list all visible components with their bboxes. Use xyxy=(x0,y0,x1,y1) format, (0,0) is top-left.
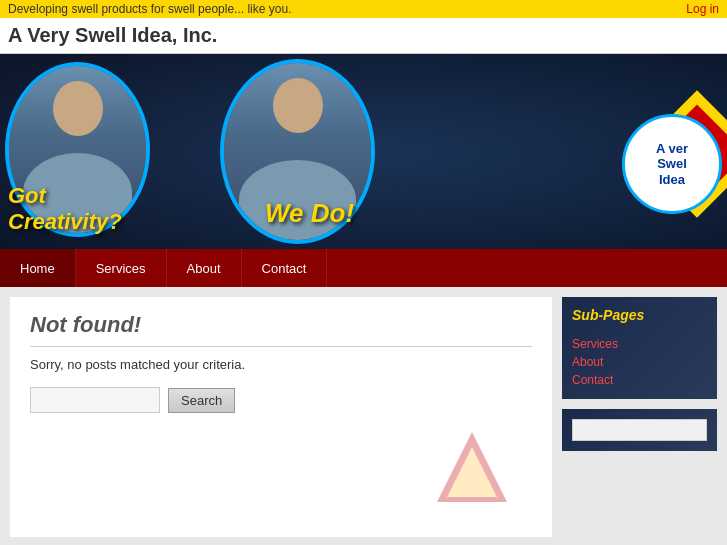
search-area: Search xyxy=(30,387,532,413)
navigation: Home Services About Contact xyxy=(0,249,727,287)
sidebar-search-widget xyxy=(562,409,717,451)
sidebar-link-contact[interactable]: Contact xyxy=(572,371,707,389)
subpages-widget: Sub-Pages Services About Contact xyxy=(562,297,717,399)
site-title: A Very Swell Idea, Inc. xyxy=(0,18,727,54)
hero-text-center: We Do! xyxy=(265,198,354,229)
nav-item-about[interactable]: About xyxy=(167,249,242,287)
tagline: Developing swell products for swell peop… xyxy=(8,2,291,16)
sidebar-link-about[interactable]: About xyxy=(572,353,707,371)
subpages-title: Sub-Pages xyxy=(572,307,707,327)
search-button[interactable]: Search xyxy=(168,388,235,413)
login-link[interactable]: Log in xyxy=(686,2,719,16)
search-input[interactable] xyxy=(30,387,160,413)
not-found-title: Not found! xyxy=(30,312,532,347)
decorative-arrow xyxy=(432,427,512,507)
content-area: Not found! Sorry, no posts matched your … xyxy=(10,297,552,537)
sidebar-link-services[interactable]: Services xyxy=(572,335,707,353)
sorry-text: Sorry, no posts matched your criteria. xyxy=(30,357,532,372)
nav-item-home[interactable]: Home xyxy=(0,249,76,287)
sidebar: Sub-Pages Services About Contact xyxy=(562,297,717,537)
diamond-circle: A ver Swel Idea xyxy=(622,114,722,214)
badge-text: A ver Swel Idea xyxy=(656,141,688,188)
main-wrapper: Not found! Sorry, no posts matched your … xyxy=(0,287,727,545)
sidebar-search-input[interactable] xyxy=(572,419,707,441)
hero-banner: Got Creativity? We Do! A ver Swel Idea xyxy=(0,54,727,249)
nav-item-services[interactable]: Services xyxy=(76,249,167,287)
top-bar: Developing swell products for swell peop… xyxy=(0,0,727,18)
nav-item-contact[interactable]: Contact xyxy=(242,249,328,287)
diamond-badge: A ver Swel Idea xyxy=(607,64,727,239)
hero-text-left: Got Creativity? xyxy=(8,183,122,234)
arrow-yellow xyxy=(447,447,497,497)
